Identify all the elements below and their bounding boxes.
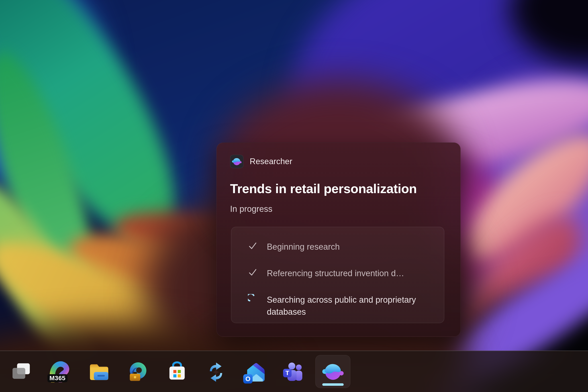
card-header: Researcher (230, 155, 292, 168)
checkmark-icon (248, 241, 258, 251)
taskbar-researcher-button[interactable] (316, 355, 350, 388)
teams-badge: T (283, 369, 292, 377)
checkmark-icon (248, 268, 258, 277)
step-label: Beginning research (267, 241, 340, 253)
microsoft-store-icon (166, 360, 188, 382)
step-label: Searching across public and proprietary … (267, 294, 427, 318)
researcher-sphere-icon (232, 156, 242, 166)
taskbar-file-explorer-button[interactable] (82, 355, 116, 388)
step-row: Searching across public and proprietary … (248, 294, 432, 318)
taskbar-copilot-agent-button[interactable] (198, 355, 234, 388)
step-row: Referencing structured invention d… (248, 268, 432, 279)
step-label: Referencing structured invention d… (267, 268, 404, 279)
edge-icon (127, 360, 149, 382)
step-row: Beginning research (248, 241, 432, 253)
desktop: Researcher Trends in retail personalizat… (0, 0, 588, 392)
researcher-progress-card: Researcher Trends in retail personalizat… (216, 142, 460, 337)
m365-badge: M365 (48, 374, 68, 382)
taskbar-teams-button[interactable]: T (276, 355, 311, 388)
copilot-agent-sparkle-icon (205, 360, 227, 382)
taskbar-task-view-button[interactable] (4, 355, 38, 388)
steps-panel: Beginning research Referencing structure… (231, 227, 444, 323)
taskbar-microsoft-store-button[interactable] (160, 355, 194, 388)
taskbar-outlook-button[interactable]: O (238, 355, 272, 388)
file-explorer-icon (88, 360, 110, 382)
taskbar: M365 (0, 350, 588, 392)
active-app-indicator (322, 383, 344, 386)
researcher-app-icon (230, 155, 244, 168)
outlook-badge: O (243, 374, 252, 384)
taskbar-icons: M365 (4, 351, 350, 392)
taskbar-edge-work-button[interactable] (120, 355, 156, 388)
status-text: In progress (230, 204, 272, 214)
research-title: Trends in retail personalization (230, 181, 417, 196)
task-view-icon (10, 360, 32, 382)
app-name: Researcher (250, 157, 292, 166)
researcher-sphere-icon (322, 360, 344, 382)
spinner-icon (248, 294, 258, 304)
taskbar-m365-copilot-button[interactable]: M365 (42, 355, 78, 388)
